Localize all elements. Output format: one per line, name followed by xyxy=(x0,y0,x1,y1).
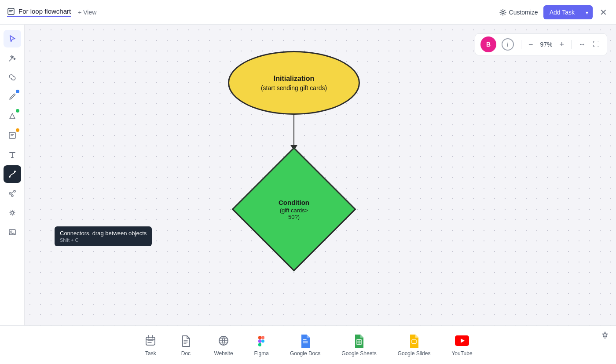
effects-icon xyxy=(8,208,17,217)
sidebar-tool-connector[interactable] xyxy=(4,165,21,183)
dock-item-doc[interactable]: Doc xyxy=(168,329,203,361)
user-avatar: B xyxy=(480,36,496,52)
svg-rect-15 xyxy=(258,339,261,343)
dock-item-website[interactable]: Website xyxy=(203,329,243,361)
svg-point-4 xyxy=(14,171,16,172)
sidebar-tool-select[interactable] xyxy=(4,30,21,47)
add-task-button[interactable]: Add Task ▾ xyxy=(543,5,593,19)
svg-rect-2 xyxy=(9,132,15,138)
sidebar-tool-graph[interactable] xyxy=(4,185,21,202)
sidebar-tool-sticky[interactable] xyxy=(4,127,21,144)
zoom-in-button[interactable]: + xyxy=(557,40,566,49)
svg-rect-13 xyxy=(258,336,261,339)
initialization-title: Initialization xyxy=(274,75,314,83)
pen-dot xyxy=(16,90,19,93)
dock-google-docs-label: Google Docs xyxy=(290,350,320,357)
flowchart-initialization-node[interactable]: Initialization (start sending gift cards… xyxy=(228,51,360,115)
condition-title: Condition xyxy=(279,199,309,206)
dock-figma-label: Figma xyxy=(254,350,269,357)
dock-website-label: Website xyxy=(214,350,233,357)
header-left: For loop flowchart + View xyxy=(7,7,96,17)
svg-point-1 xyxy=(502,11,504,13)
dock-item-youtube[interactable]: YouTube xyxy=(441,329,483,361)
canvas-area[interactable]: B i − 97% + ↔ ⛶ Initialization (start se… xyxy=(25,25,616,325)
link-icon xyxy=(8,73,17,82)
connector-icon xyxy=(8,170,17,178)
connector-tooltip: Connectors, drag between objects Shift +… xyxy=(55,226,152,246)
shape-icon xyxy=(8,112,17,120)
google-sheets-icon xyxy=(352,334,366,348)
dock-doc-label: Doc xyxy=(181,350,191,357)
svg-point-17 xyxy=(261,339,264,342)
chevron-down-icon: ▾ xyxy=(586,10,588,16)
gear-icon xyxy=(499,9,506,16)
doc-icon xyxy=(179,334,193,348)
customize-button[interactable]: Customize xyxy=(499,9,538,16)
svg-rect-16 xyxy=(258,343,261,346)
youtube-icon xyxy=(455,334,469,348)
header-right: Customize Add Task ▾ ✕ xyxy=(499,5,609,19)
add-task-dropdown-arrow[interactable]: ▾ xyxy=(581,5,593,19)
svg-rect-11 xyxy=(146,337,155,345)
zoom-divider-2 xyxy=(571,40,572,49)
sidebar-tool-link[interactable] xyxy=(4,69,21,86)
zoom-divider xyxy=(521,40,521,49)
sidebar-tool-image[interactable] xyxy=(4,223,21,241)
initialization-subtitle: (start sending gift cards) xyxy=(261,84,327,91)
document-title[interactable]: For loop flowchart xyxy=(7,7,71,17)
dock-youtube-label: YouTube xyxy=(451,350,472,357)
svg-point-8 xyxy=(11,211,14,214)
svg-point-6 xyxy=(14,190,15,192)
select-icon xyxy=(8,34,17,43)
text-icon xyxy=(8,150,17,159)
svg-rect-0 xyxy=(8,8,14,15)
svg-rect-14 xyxy=(261,336,264,339)
flowchart: Initialization (start sending gift cards… xyxy=(228,51,360,269)
google-slides-icon xyxy=(407,334,421,348)
arrow-connector xyxy=(293,115,294,150)
figma-icon xyxy=(254,334,268,348)
condition-subtitle: (gift cards>50?) xyxy=(279,207,309,220)
condition-text: Condition (gift cards>50?) xyxy=(279,199,309,220)
website-icon xyxy=(216,334,231,348)
zoom-controls: B i − 97% + ↔ ⛶ xyxy=(475,33,607,55)
info-button[interactable]: i xyxy=(502,38,514,51)
tooltip-shortcut: Shift + C xyxy=(60,237,147,243)
dock-google-slides-label: Google Slides xyxy=(398,350,431,357)
sidebar-tool-effects[interactable] xyxy=(4,204,21,222)
dock-item-google-sheets[interactable]: Google Sheets xyxy=(331,329,387,361)
google-docs-icon xyxy=(298,334,312,348)
graph-icon xyxy=(8,189,17,198)
main-content: B i − 97% + ↔ ⛶ Initialization (start se… xyxy=(0,25,616,325)
fit-width-button[interactable]: ↔ xyxy=(577,40,587,48)
dock-task-label: Task xyxy=(145,350,156,357)
svg-point-3 xyxy=(9,176,11,178)
shape-dot xyxy=(16,109,19,113)
svg-point-10 xyxy=(11,231,12,232)
fullscreen-button[interactable]: ⛶ xyxy=(591,40,601,48)
flowchart-condition-node[interactable]: Condition (gift cards>50?) xyxy=(235,150,353,269)
view-button[interactable]: + View xyxy=(78,9,96,16)
dock-item-figma[interactable]: Figma xyxy=(244,329,279,361)
pen-icon xyxy=(8,92,17,101)
document-icon xyxy=(7,7,15,15)
sidebar xyxy=(0,25,25,325)
zoom-level: 97% xyxy=(538,41,554,48)
sticky-dot xyxy=(16,128,19,132)
sidebar-tool-pen[interactable] xyxy=(4,88,21,106)
expand-button[interactable]: ✕ xyxy=(598,7,609,18)
dock-item-google-docs[interactable]: Google Docs xyxy=(279,329,331,361)
dock-item-task[interactable]: Task xyxy=(133,329,168,361)
image-icon xyxy=(8,228,17,237)
dock-google-sheets-label: Google Sheets xyxy=(341,350,376,357)
sidebar-tool-shape[interactable] xyxy=(4,107,21,125)
task-icon xyxy=(143,334,158,348)
magic-icon xyxy=(8,54,17,62)
zoom-out-button[interactable]: − xyxy=(527,40,535,49)
pin-button[interactable] xyxy=(601,331,609,341)
dock-item-google-slides[interactable]: Google Slides xyxy=(387,329,441,361)
sidebar-tool-text[interactable] xyxy=(4,146,21,164)
sidebar-tool-magic[interactable] xyxy=(4,49,21,67)
sticky-icon xyxy=(8,131,17,140)
header: For loop flowchart + View Customize Add … xyxy=(0,0,616,25)
